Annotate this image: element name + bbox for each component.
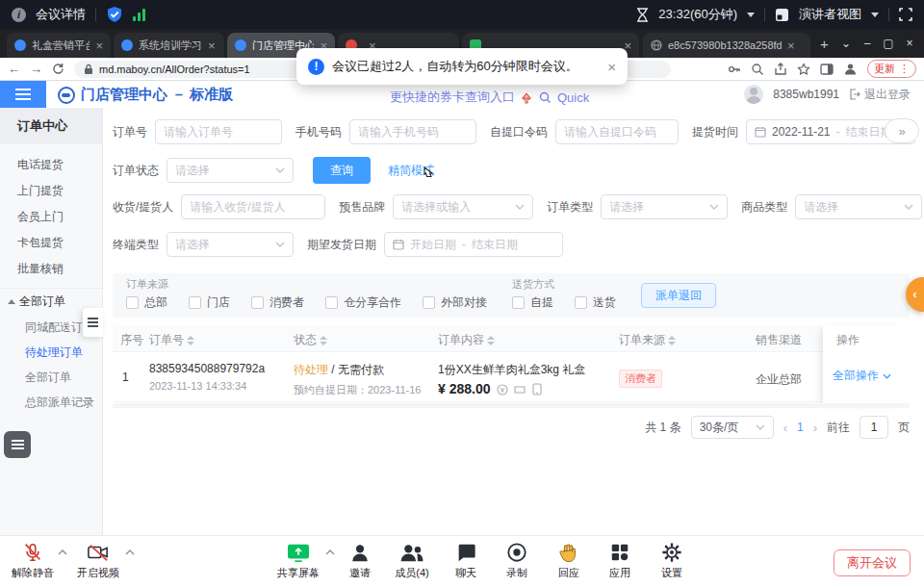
col-status[interactable]: 状态 xyxy=(294,332,327,348)
profile-icon[interactable] xyxy=(843,62,858,76)
reload-icon[interactable] xyxy=(52,63,64,75)
page-size-select[interactable]: 30条/页 xyxy=(691,416,774,439)
meeting-info-icon[interactable]: i xyxy=(12,8,26,22)
goods-type-select[interactable]: 请选择 xyxy=(795,194,922,219)
checkbox-icon[interactable] xyxy=(325,296,338,309)
fullscreen-icon[interactable] xyxy=(899,8,912,21)
quick-search-icon[interactable] xyxy=(539,91,552,104)
current-page[interactable]: 1 xyxy=(797,421,804,434)
checkbox-icon[interactable] xyxy=(126,296,139,309)
expect-ship-date-range-input[interactable]: 开始日期 - 结束日期 xyxy=(384,232,563,257)
prev-page-icon[interactable]: ‹ xyxy=(783,421,787,435)
checkbox-icon[interactable] xyxy=(251,296,264,309)
pickup-code-input[interactable] xyxy=(555,119,679,144)
unmute-button[interactable]: 解除静音 xyxy=(6,542,60,580)
security-shield-icon[interactable] xyxy=(106,6,123,23)
chrome-update-button[interactable]: 更新 ⋮ xyxy=(867,60,916,78)
timer-dropdown-icon[interactable] xyxy=(747,13,755,17)
window-maximize-icon[interactable]: ▢ xyxy=(878,37,899,50)
record-button[interactable]: 录制 xyxy=(490,542,544,580)
video-options-chevron-icon[interactable] xyxy=(125,549,135,555)
goto-page-input[interactable] xyxy=(860,416,888,439)
window-minimize-icon[interactable]: – xyxy=(857,37,878,50)
col-content[interactable]: 订单内容 xyxy=(438,332,495,348)
network-signal-icon[interactable] xyxy=(133,8,145,21)
checkbox-external[interactable]: 外部对接 xyxy=(423,294,487,311)
mic-options-chevron-icon[interactable] xyxy=(58,549,67,555)
browser-tab-1[interactable]: 礼盒营销平台管理中心 × xyxy=(7,33,111,58)
checkbox-delivery[interactable]: 送货 xyxy=(575,294,616,311)
order-type-select[interactable]: 请选择 xyxy=(601,194,728,219)
all-operations-dropdown[interactable]: 全部操作 xyxy=(833,368,891,384)
sidebar-item-batch-verify[interactable]: 批量核销 xyxy=(0,256,102,282)
checkbox-consumer[interactable]: 消费者 xyxy=(251,294,304,311)
phone-input[interactable] xyxy=(349,119,476,144)
tab-close-icon[interactable]: × xyxy=(787,39,795,52)
sort-icon[interactable] xyxy=(187,336,194,345)
side-panel-icon[interactable] xyxy=(820,63,834,76)
reaction-button[interactable]: 回应 xyxy=(542,542,596,580)
logout-button[interactable]: 退出登录 xyxy=(849,87,911,103)
apps-button[interactable]: 应用 xyxy=(593,542,647,580)
checkbox-icon[interactable] xyxy=(423,296,435,309)
start-video-button[interactable]: 开启视频 xyxy=(71,542,125,580)
sort-icon[interactable] xyxy=(487,336,495,345)
receiver-input[interactable] xyxy=(181,194,325,219)
sidebar-item-door-pickup[interactable]: 上门提货 xyxy=(0,178,102,204)
checkbox-icon[interactable] xyxy=(575,296,587,309)
share-icon[interactable] xyxy=(774,63,787,76)
next-page-icon[interactable]: › xyxy=(813,421,817,435)
coupon-query-link[interactable]: 更快捷的券卡查询入口 xyxy=(390,89,515,106)
quick-link[interactable]: Quick xyxy=(557,90,589,105)
zoom-icon[interactable] xyxy=(751,63,764,76)
order-status-select[interactable]: 请选择 xyxy=(167,158,294,183)
view-dropdown-icon[interactable] xyxy=(871,13,879,17)
meeting-details-button[interactable]: 会议详情 xyxy=(36,6,86,23)
members-button[interactable]: 成员(4) xyxy=(385,542,439,580)
browser-tab-2[interactable]: 系统培训学习 × xyxy=(114,33,224,58)
sidebar-subitem-all-orders[interactable]: 全部订单 xyxy=(0,365,102,390)
checkbox-icon[interactable] xyxy=(189,296,201,309)
col-order-no[interactable]: 订单号 xyxy=(149,332,194,348)
window-close-icon[interactable]: × xyxy=(899,37,920,50)
user-avatar[interactable] xyxy=(744,85,763,104)
terminal-type-select[interactable]: 请选择 xyxy=(167,232,294,257)
checkbox-self-pickup[interactable]: 自提 xyxy=(512,294,553,311)
new-tab-button[interactable]: + xyxy=(820,36,829,52)
search-button[interactable]: 查询 xyxy=(313,157,371,184)
settings-button[interactable]: 设置 xyxy=(645,542,699,580)
sidebar-toggle-button[interactable] xyxy=(0,81,46,108)
dispatch-return-button[interactable]: 派单退回 xyxy=(641,283,716,308)
toast-close-icon[interactable]: × xyxy=(607,59,616,75)
checkbox-icon[interactable] xyxy=(512,296,525,309)
tab-close-icon[interactable]: × xyxy=(95,39,103,52)
checkbox-warehouse-share[interactable]: 仓分享合作 xyxy=(325,294,401,311)
sidebar-subitem-pending-orders[interactable]: 待处理订单 xyxy=(0,340,102,365)
sidebar-item-member-visit[interactable]: 会员上门 xyxy=(0,204,102,230)
bookmark-star-icon[interactable] xyxy=(797,63,810,76)
key-icon[interactable] xyxy=(728,63,741,76)
invite-button[interactable]: 邀请 xyxy=(333,542,387,580)
chat-button[interactable]: 聊天 xyxy=(439,542,493,580)
presale-brand-select[interactable]: 请选择或输入 xyxy=(393,194,533,219)
back-icon[interactable]: ← xyxy=(8,62,20,76)
browser-tab-6[interactable]: e8c573980b1328a258fd2e6 × xyxy=(643,33,810,58)
checkbox-store[interactable]: 门店 xyxy=(189,294,230,311)
tab-search-icon[interactable]: ⌄ xyxy=(835,37,857,50)
sidebar-item-card-pickup[interactable]: 卡包提货 xyxy=(0,230,102,256)
sidebar-subitem-hq-dispatch[interactable]: 总部派单记录 xyxy=(0,390,102,415)
forward-icon[interactable]: → xyxy=(30,62,42,76)
col-source[interactable]: 订单来源 xyxy=(619,332,676,348)
floating-list-button[interactable] xyxy=(4,431,31,458)
share-screen-button[interactable]: 共享屏幕 xyxy=(271,542,325,580)
table-row[interactable]: 1 83859345088979792a 2023-11-13 14:33:34… xyxy=(113,352,910,402)
sidebar-drag-handle[interactable] xyxy=(83,308,103,337)
leave-meeting-button[interactable]: 离开会议 xyxy=(834,549,911,576)
browser-menu-icon[interactable]: ⋮ xyxy=(899,63,910,75)
sidebar-item-phone-pickup[interactable]: 电话提货 xyxy=(0,152,102,178)
simple-mode-link[interactable]: 精简模式 xyxy=(388,163,434,179)
expand-filters-button[interactable]: » xyxy=(885,118,919,143)
checkbox-hq[interactable]: 总部 xyxy=(126,294,167,311)
order-no-input[interactable] xyxy=(155,119,282,144)
sort-icon[interactable] xyxy=(668,336,676,345)
